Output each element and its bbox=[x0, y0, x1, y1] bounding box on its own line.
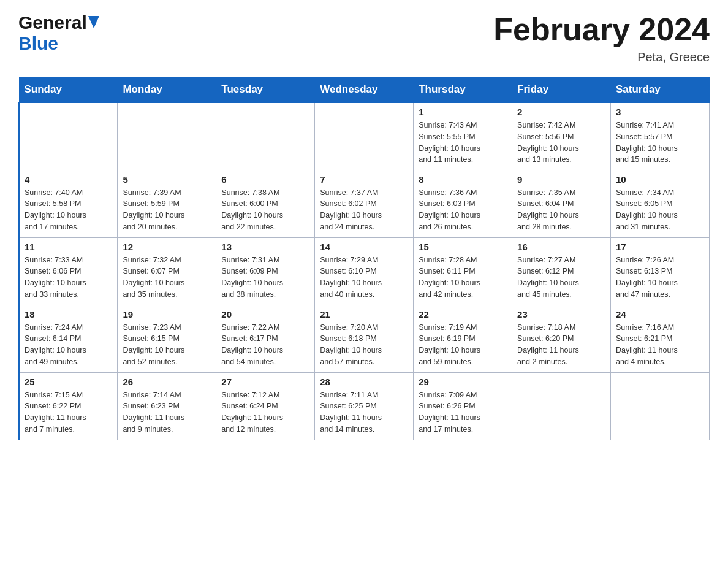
day-info: Sunrise: 7:41 AM Sunset: 5:57 PM Dayligh… bbox=[616, 120, 704, 166]
calendar-cell bbox=[216, 102, 315, 170]
day-info: Sunrise: 7:11 AM Sunset: 6:25 PM Dayligh… bbox=[320, 389, 408, 435]
day-info: Sunrise: 7:12 AM Sunset: 6:24 PM Dayligh… bbox=[221, 389, 309, 435]
day-info: Sunrise: 7:36 AM Sunset: 6:03 PM Dayligh… bbox=[419, 187, 507, 233]
day-info: Sunrise: 7:23 AM Sunset: 6:15 PM Dayligh… bbox=[123, 322, 211, 368]
day-number: 16 bbox=[517, 242, 605, 252]
calendar-cell: 21Sunrise: 7:20 AM Sunset: 6:18 PM Dayli… bbox=[315, 305, 414, 372]
day-number: 7 bbox=[320, 174, 408, 185]
day-number: 29 bbox=[419, 377, 507, 387]
logo-blue-text: Blue bbox=[18, 33, 58, 54]
calendar-cell: 24Sunrise: 7:16 AM Sunset: 6:21 PM Dayli… bbox=[611, 305, 710, 372]
day-header-sunday: Sunday bbox=[19, 77, 118, 103]
calendar-cell: 27Sunrise: 7:12 AM Sunset: 6:24 PM Dayli… bbox=[216, 372, 315, 440]
day-number: 25 bbox=[25, 377, 112, 387]
calendar-cell: 15Sunrise: 7:28 AM Sunset: 6:11 PM Dayli… bbox=[414, 237, 512, 305]
day-number: 5 bbox=[123, 174, 211, 185]
day-info: Sunrise: 7:27 AM Sunset: 6:12 PM Dayligh… bbox=[517, 255, 605, 301]
day-info: Sunrise: 7:24 AM Sunset: 6:14 PM Dayligh… bbox=[25, 322, 112, 368]
calendar-week-4: 18Sunrise: 7:24 AM Sunset: 6:14 PM Dayli… bbox=[19, 305, 710, 372]
logo-general-text: General bbox=[18, 12, 87, 33]
month-title: February 2024 bbox=[493, 12, 710, 47]
day-number: 13 bbox=[221, 242, 309, 252]
day-number: 6 bbox=[221, 174, 309, 185]
calendar-cell bbox=[19, 102, 118, 170]
day-number: 3 bbox=[616, 107, 704, 117]
day-header-saturday: Saturday bbox=[611, 77, 710, 103]
calendar-cell: 29Sunrise: 7:09 AM Sunset: 6:26 PM Dayli… bbox=[414, 372, 512, 440]
calendar-cell: 11Sunrise: 7:33 AM Sunset: 6:06 PM Dayli… bbox=[19, 237, 118, 305]
calendar-cell: 23Sunrise: 7:18 AM Sunset: 6:20 PM Dayli… bbox=[512, 305, 611, 372]
day-header-tuesday: Tuesday bbox=[216, 77, 315, 103]
calendar-week-3: 11Sunrise: 7:33 AM Sunset: 6:06 PM Dayli… bbox=[19, 237, 710, 305]
day-number: 4 bbox=[25, 174, 112, 185]
day-info: Sunrise: 7:40 AM Sunset: 5:58 PM Dayligh… bbox=[25, 187, 112, 233]
day-number: 11 bbox=[25, 242, 112, 252]
day-info: Sunrise: 7:37 AM Sunset: 6:02 PM Dayligh… bbox=[320, 187, 408, 233]
day-info: Sunrise: 7:18 AM Sunset: 6:20 PM Dayligh… bbox=[517, 322, 605, 368]
calendar-cell: 4Sunrise: 7:40 AM Sunset: 5:58 PM Daylig… bbox=[19, 170, 118, 237]
day-number: 22 bbox=[419, 309, 507, 320]
day-info: Sunrise: 7:19 AM Sunset: 6:19 PM Dayligh… bbox=[419, 322, 507, 368]
day-info: Sunrise: 7:20 AM Sunset: 6:18 PM Dayligh… bbox=[320, 322, 408, 368]
calendar-week-2: 4Sunrise: 7:40 AM Sunset: 5:58 PM Daylig… bbox=[19, 170, 710, 237]
logo-triangle-icon bbox=[88, 16, 99, 28]
day-header-wednesday: Wednesday bbox=[315, 77, 414, 103]
day-info: Sunrise: 7:35 AM Sunset: 6:04 PM Dayligh… bbox=[517, 187, 605, 233]
logo: General Blue bbox=[18, 12, 99, 54]
calendar-cell bbox=[315, 102, 414, 170]
day-number: 24 bbox=[616, 309, 704, 320]
calendar-cell: 22Sunrise: 7:19 AM Sunset: 6:19 PM Dayli… bbox=[414, 305, 512, 372]
calendar-table: SundayMondayTuesdayWednesdayThursdayFrid… bbox=[18, 77, 710, 440]
calendar-header: SundayMondayTuesdayWednesdayThursdayFrid… bbox=[19, 77, 710, 103]
day-number: 17 bbox=[616, 242, 704, 252]
day-info: Sunrise: 7:22 AM Sunset: 6:17 PM Dayligh… bbox=[221, 322, 309, 368]
calendar-cell: 7Sunrise: 7:37 AM Sunset: 6:02 PM Daylig… bbox=[315, 170, 414, 237]
calendar-cell: 10Sunrise: 7:34 AM Sunset: 6:05 PM Dayli… bbox=[611, 170, 710, 237]
day-number: 12 bbox=[123, 242, 211, 252]
day-number: 21 bbox=[320, 309, 408, 320]
calendar-cell: 13Sunrise: 7:31 AM Sunset: 6:09 PM Dayli… bbox=[216, 237, 315, 305]
day-number: 23 bbox=[517, 309, 605, 320]
calendar-week-5: 25Sunrise: 7:15 AM Sunset: 6:22 PM Dayli… bbox=[19, 372, 710, 440]
calendar-cell bbox=[512, 372, 611, 440]
calendar-cell: 14Sunrise: 7:29 AM Sunset: 6:10 PM Dayli… bbox=[315, 237, 414, 305]
calendar-cell: 12Sunrise: 7:32 AM Sunset: 6:07 PM Dayli… bbox=[118, 237, 216, 305]
day-info: Sunrise: 7:26 AM Sunset: 6:13 PM Dayligh… bbox=[616, 255, 704, 301]
day-number: 1 bbox=[419, 107, 507, 117]
day-info: Sunrise: 7:09 AM Sunset: 6:26 PM Dayligh… bbox=[419, 389, 507, 435]
calendar-cell: 28Sunrise: 7:11 AM Sunset: 6:25 PM Dayli… bbox=[315, 372, 414, 440]
svg-marker-0 bbox=[88, 16, 99, 28]
day-info: Sunrise: 7:38 AM Sunset: 6:00 PM Dayligh… bbox=[221, 187, 309, 233]
day-header-monday: Monday bbox=[118, 77, 216, 103]
day-info: Sunrise: 7:28 AM Sunset: 6:11 PM Dayligh… bbox=[419, 255, 507, 301]
calendar-cell: 26Sunrise: 7:14 AM Sunset: 6:23 PM Dayli… bbox=[118, 372, 216, 440]
day-info: Sunrise: 7:16 AM Sunset: 6:21 PM Dayligh… bbox=[616, 322, 704, 368]
day-number: 8 bbox=[419, 174, 507, 185]
day-info: Sunrise: 7:34 AM Sunset: 6:05 PM Dayligh… bbox=[616, 187, 704, 233]
day-info: Sunrise: 7:31 AM Sunset: 6:09 PM Dayligh… bbox=[221, 255, 309, 301]
calendar-cell: 3Sunrise: 7:41 AM Sunset: 5:57 PM Daylig… bbox=[611, 102, 710, 170]
day-number: 14 bbox=[320, 242, 408, 252]
day-info: Sunrise: 7:39 AM Sunset: 5:59 PM Dayligh… bbox=[123, 187, 211, 233]
day-number: 26 bbox=[123, 377, 211, 387]
calendar-cell: 6Sunrise: 7:38 AM Sunset: 6:00 PM Daylig… bbox=[216, 170, 315, 237]
page-header: General Blue February 2024 Peta, Greece bbox=[18, 12, 710, 64]
day-number: 20 bbox=[221, 309, 309, 320]
day-info: Sunrise: 7:33 AM Sunset: 6:06 PM Dayligh… bbox=[25, 255, 112, 301]
calendar-cell: 19Sunrise: 7:23 AM Sunset: 6:15 PM Dayli… bbox=[118, 305, 216, 372]
calendar-cell bbox=[118, 102, 216, 170]
day-header-thursday: Thursday bbox=[414, 77, 512, 103]
day-number: 9 bbox=[517, 174, 605, 185]
day-number: 10 bbox=[616, 174, 704, 185]
day-info: Sunrise: 7:14 AM Sunset: 6:23 PM Dayligh… bbox=[123, 389, 211, 435]
day-number: 18 bbox=[25, 309, 112, 320]
day-number: 27 bbox=[221, 377, 309, 387]
day-info: Sunrise: 7:42 AM Sunset: 5:56 PM Dayligh… bbox=[517, 120, 605, 166]
day-number: 15 bbox=[419, 242, 507, 252]
calendar-cell: 16Sunrise: 7:27 AM Sunset: 6:12 PM Dayli… bbox=[512, 237, 611, 305]
calendar-cell: 9Sunrise: 7:35 AM Sunset: 6:04 PM Daylig… bbox=[512, 170, 611, 237]
calendar-cell: 20Sunrise: 7:22 AM Sunset: 6:17 PM Dayli… bbox=[216, 305, 315, 372]
calendar-cell: 5Sunrise: 7:39 AM Sunset: 5:59 PM Daylig… bbox=[118, 170, 216, 237]
calendar-week-1: 1Sunrise: 7:43 AM Sunset: 5:55 PM Daylig… bbox=[19, 102, 710, 170]
day-number: 2 bbox=[517, 107, 605, 117]
